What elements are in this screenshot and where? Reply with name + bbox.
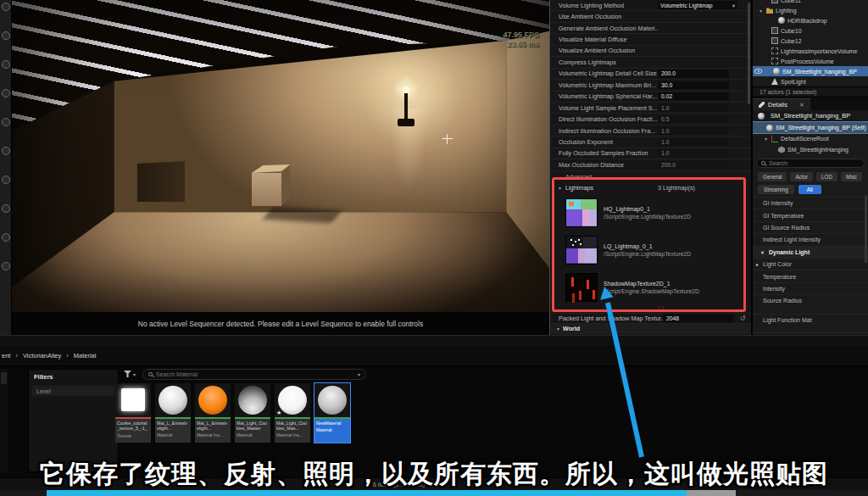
actor-name: LightmassImportanceVolume — [781, 48, 857, 54]
sources-toggle-button[interactable] — [1, 372, 7, 384]
toolbar-dot-button[interactable] — [2, 176, 10, 184]
asset-tile[interactable]: ★ NewMaterial Material — [314, 383, 350, 443]
world-label: World — [563, 325, 580, 332]
tab-details[interactable]: Details ✕ — [753, 98, 810, 110]
filter-item-level[interactable]: Level — [32, 386, 114, 396]
lightmap-thumbnail[interactable] — [565, 198, 598, 227]
close-icon[interactable]: ✕ — [799, 102, 804, 109]
property-row[interactable]: Indirect Light Intensity — [753, 233, 868, 245]
asset-tile[interactable]: ★ Mat_Light_Cookies_Mas... Material Ins.… — [275, 383, 310, 443]
setting-value-input[interactable]: 2048 — [663, 314, 734, 322]
component-row[interactable]: SM_Streetlight_hanging_BP (Self) — [753, 122, 868, 133]
setting-value-input[interactable]: 1.0 — [658, 149, 729, 158]
details-search-input[interactable]: Search — [756, 159, 865, 168]
breadcrumb-current[interactable]: Material — [74, 352, 97, 359]
setting-value-input[interactable]: 200.0 — [658, 161, 729, 170]
setting-value-input[interactable]: 0.5 — [658, 115, 729, 124]
details-filter-button[interactable]: Misc — [841, 172, 862, 181]
reset-to-default-icon[interactable]: ↺ — [734, 315, 751, 322]
streaming-button[interactable]: Streaming — [758, 185, 794, 194]
details-filter-button[interactable]: LOD — [816, 172, 837, 181]
video-progress-bar[interactable] — [0, 490, 868, 496]
expander-icon[interactable]: ▾ — [760, 8, 766, 14]
all-button[interactable]: All — [798, 185, 821, 194]
expander-icon[interactable]: ▾ — [761, 249, 769, 255]
component-icon — [778, 147, 785, 153]
breadcrumb-folder[interactable]: VictorianAlley — [23, 352, 61, 359]
property-row[interactable]: Light Function Mat — [753, 314, 868, 326]
breadcrumb-root[interactable]: ent — [2, 352, 10, 359]
setting-value-input[interactable]: 200.0 — [658, 70, 729, 78]
3d-scene[interactable]: 47.95 FPS 23.65 ms — [12, 0, 549, 312]
outliner-row[interactable]: HDRIBackdrop — [753, 15, 868, 25]
toolbar-dot-button[interactable] — [2, 262, 10, 270]
setting-dropdown[interactable]: Volumetric Lightmap▾ — [658, 1, 737, 9]
outliner-row[interactable]: Cube12 — [753, 36, 868, 46]
property-row[interactable]: GI Temperature — [753, 209, 868, 220]
toolbar-dot-button[interactable] — [2, 204, 10, 213]
asset-tile[interactable]: ★ Mat_L_Emissivelight... Material Ins... — [195, 383, 231, 443]
setting-value-input[interactable]: 1.0 — [658, 103, 729, 112]
toolbar-dot-button[interactable] — [2, 89, 10, 98]
lightmaps-section-header[interactable]: ▾ Lightmaps 3 Lightmap(s) — [550, 182, 751, 194]
setting-value-input[interactable]: 1.0 — [658, 126, 729, 135]
toolbar-dot-button[interactable] — [2, 31, 10, 40]
details-filter-button[interactable]: Actor — [790, 172, 813, 181]
asset-type: Material Ins... — [197, 432, 229, 437]
expander-icon[interactable]: ▾ — [765, 136, 771, 142]
toolbar-dot-button[interactable] — [2, 118, 10, 126]
outliner-row[interactable]: Cube10 — [753, 25, 868, 36]
property-row[interactable]: Temperature — [753, 270, 868, 281]
asset-search-input[interactable]: Search Material ▾ — [142, 369, 366, 380]
setting-value-input[interactable]: 0.02 — [658, 92, 729, 101]
component-row[interactable]: SM_StreetlightHanging — [753, 144, 868, 155]
visibility-eye-icon[interactable] — [754, 69, 762, 74]
component-row[interactable]: ▾ DefaultSceneRoot — [753, 133, 868, 144]
setting-row: Use Ambient Occlusion ▾ — [550, 11, 751, 22]
lightmap-item[interactable]: ShadowMapTexture2D_1 /Script/Engine.Shad… — [550, 269, 751, 306]
lightmap-thumbnail[interactable] — [565, 273, 598, 302]
world-section-header[interactable]: ▾ World — [550, 324, 751, 334]
setting-value-input[interactable]: 1.0 — [658, 138, 729, 147]
property-row[interactable]: ▸ Light Color — [753, 258, 868, 270]
property-row[interactable]: GI Intensity — [753, 197, 868, 209]
progress-buffered-segment — [687, 490, 736, 496]
setting-value-input[interactable]: 30.0 — [658, 81, 729, 90]
asset-tile[interactable]: ★ Mat_L_Emissivelight... Material — [155, 383, 191, 443]
asset-thumbnail[interactable]: ★ — [275, 383, 310, 417]
level-viewport[interactable]: 47.95 FPS 23.65 ms No active Level Seque… — [12, 0, 549, 335]
asset-thumbnail[interactable]: ★ — [155, 383, 191, 417]
toolbar-dot-button[interactable] — [2, 60, 10, 69]
expander-icon[interactable]: ▸ — [756, 261, 763, 267]
property-row[interactable]: Source Radius — [753, 294, 868, 306]
asset-tile[interactable]: ★ Mat_Light_Cookies_Master Material — [235, 383, 270, 443]
asset-name: Mat_L_Emissivelight... — [157, 421, 189, 432]
lightmap-thumbnail[interactable] — [565, 236, 598, 265]
lightmap-item[interactable]: LQ_Lightmap_0_1 /Script/Engine.LightMapT… — [550, 231, 751, 269]
toolbar-dot-button[interactable] — [2, 147, 10, 155]
toolbar-dot-button[interactable] — [2, 3, 10, 11]
details-filter-button[interactable]: General — [758, 172, 787, 181]
outliner-row[interactable]: SpotLight — [753, 76, 868, 86]
outliner-row[interactable]: LightmassImportanceVolume — [753, 46, 868, 56]
property-row[interactable]: GI Source Radius — [753, 221, 868, 233]
filter-funnel[interactable]: ▾ — [124, 371, 136, 377]
hidden-checkbox[interactable] — [658, 306, 664, 312]
outliner-row[interactable]: ▾ Lighting — [753, 5, 868, 15]
property-row[interactable]: Intensity — [753, 282, 868, 294]
advanced-section-label[interactable]: Advanced — [550, 171, 751, 182]
asset-thumbnail[interactable]: ★ — [195, 383, 231, 417]
lightmap-item[interactable]: HQ_Lightmap0_1 /Script/Engine.LightMapTe… — [550, 194, 751, 231]
asset-thumbnail[interactable]: ★ — [235, 383, 270, 417]
toolbar-dot-button[interactable] — [2, 233, 10, 242]
asset-tile[interactable]: ★ Cookie_tutorial_texture_5_-1_s Texture — [115, 383, 151, 443]
panel-scrollbar[interactable] — [748, 3, 750, 104]
outliner-row[interactable]: PostProcessVolume — [753, 56, 868, 66]
asset-thumbnail[interactable]: ★ — [115, 383, 151, 417]
details-scrollbar[interactable] — [865, 195, 867, 263]
setting-label: Packed Light and Shadow Map Textur... — [550, 315, 663, 322]
cube-mesh — [237, 161, 297, 214]
asset-thumbnail[interactable]: ★ — [314, 383, 350, 417]
outliner-row[interactable]: SM_Streetlight_hanging_BP — [753, 66, 868, 76]
property-row[interactable]: ▾ Dynamic Light — [753, 246, 868, 258]
